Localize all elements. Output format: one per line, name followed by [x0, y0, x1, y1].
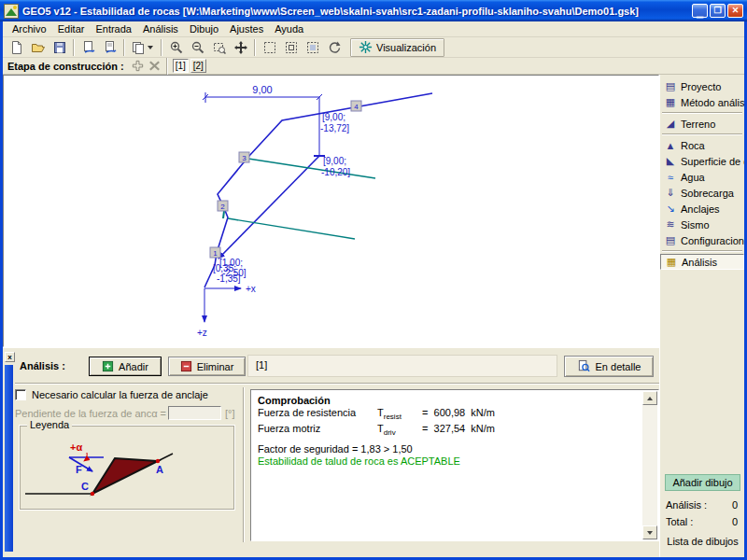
- add-analysis-button[interactable]: Añadir: [89, 357, 162, 376]
- sidebar-item-agua[interactable]: ≈Agua: [660, 169, 744, 185]
- new-file-button[interactable]: [6, 38, 27, 57]
- point-marker-1[interactable]: 1: [210, 247, 220, 258]
- select-all-button[interactable]: [259, 38, 280, 57]
- sidebar-item-anclajes[interactable]: ↘Anclajes: [660, 201, 744, 217]
- print-document-icon: [81, 40, 96, 55]
- total-count-value: 0: [732, 516, 738, 527]
- add-drawing-button[interactable]: Añadir dibujo: [665, 474, 740, 491]
- save-icon: [52, 40, 67, 55]
- menu-archivo[interactable]: Archivo: [7, 22, 52, 35]
- menu-entrada[interactable]: Entrada: [90, 22, 137, 35]
- maximize-button[interactable]: ❒: [710, 4, 726, 18]
- menu-ajustes[interactable]: Ajustes: [224, 22, 269, 35]
- minimize-button[interactable]: ▁: [692, 4, 708, 18]
- add-stage-button[interactable]: [130, 59, 147, 74]
- dimension-label: 9,00: [252, 84, 272, 95]
- menu-editar[interactable]: Editar: [52, 22, 91, 35]
- results-box: Comprobación Fuerza de resistencia Tresi…: [250, 389, 659, 541]
- visualization-button[interactable]: Visualización: [350, 38, 444, 57]
- analysis-tab-1[interactable]: [1]: [256, 359, 267, 371]
- verdict-line: Estabilidad de talud de roca es ACEPTABL…: [258, 455, 640, 468]
- menu-bar: Archivo Editar Entrada Análisis Dibujo A…: [3, 21, 744, 37]
- safety-factor-line: Factor de seguridad = 1,83 > 1,50: [258, 443, 640, 455]
- save-button[interactable]: [49, 38, 70, 57]
- z-axis-label: +z: [197, 328, 207, 338]
- sidebar-item-terreno[interactable]: ◢Terreno: [660, 116, 744, 132]
- toolbar-separator: [123, 39, 125, 56]
- results-row-resisting: Fuerza de resistencia Tresist = 600,98 k…: [258, 407, 640, 423]
- remove-analysis-button[interactable]: Eliminar: [168, 357, 246, 376]
- menu-dibujo[interactable]: Dibujo: [184, 22, 224, 35]
- stage-2-button[interactable]: [2]: [190, 59, 206, 73]
- legend-diagram: +α F A C: [20, 426, 234, 508]
- panel-title: Análisis :: [20, 360, 65, 371]
- earthquake-icon: ≋: [663, 218, 678, 231]
- slip-surface-line: [218, 156, 319, 259]
- water-icon: ≈: [663, 172, 678, 183]
- select-window-button[interactable]: [280, 38, 302, 57]
- analysis-count-label: Análisis :: [666, 499, 707, 511]
- remove-stage-button[interactable]: [147, 59, 163, 74]
- zoom-window-icon: [212, 40, 227, 55]
- surcharge-icon: ⇓: [663, 187, 678, 199]
- anchor-force-checkbox[interactable]: [15, 389, 26, 400]
- zoom-in-button[interactable]: [165, 38, 187, 57]
- legend-point-a-label: A: [156, 464, 163, 475]
- anchor-slope-symbol: α =: [151, 408, 166, 419]
- point-marker-2[interactable]: 2: [218, 201, 228, 211]
- refresh-icon: [327, 40, 342, 55]
- pan-button[interactable]: [230, 38, 251, 57]
- point-marker-4[interactable]: 4: [351, 101, 361, 111]
- select-region-button[interactable]: [302, 38, 323, 57]
- scroll-down-button[interactable]: [642, 525, 657, 539]
- drawing-list-button[interactable]: Lista de dibujos: [660, 530, 744, 547]
- anchor-slope-unit: [°]: [225, 408, 235, 419]
- results-scrollbar[interactable]: [642, 391, 657, 539]
- new-file-icon: [9, 40, 24, 55]
- anchor-force-checkbox-label: Necesario calcular la fuerza de anclaje: [32, 389, 208, 400]
- coord-label: -10,20]: [321, 167, 350, 177]
- zoom-in-icon: [169, 40, 184, 55]
- panel-drag-handle[interactable]: [5, 365, 13, 552]
- copy-dropdown-button[interactable]: [128, 38, 158, 57]
- panel-vertical-separator: [243, 387, 245, 542]
- sidebar-item-proyecto[interactable]: ▤Proyecto: [660, 78, 744, 94]
- close-button[interactable]: ✕: [727, 4, 743, 18]
- legend-point-c-label: C: [81, 481, 89, 492]
- sidebar-item-analisis[interactable]: ▦Análisis: [660, 254, 744, 270]
- sidebar-item-metodo-analisis[interactable]: ▦Método análisis: [660, 94, 744, 110]
- refresh-view-button[interactable]: [323, 38, 345, 57]
- visualization-label: Visualización: [376, 42, 436, 53]
- print-list-button[interactable]: [99, 38, 120, 57]
- open-file-button[interactable]: [27, 38, 49, 57]
- menu-analisis[interactable]: Análisis: [137, 22, 184, 35]
- legend-ground-right: [158, 454, 173, 461]
- panel-close-button[interactable]: x: [5, 352, 15, 362]
- drawing-canvas[interactable]: 9,00 +x +z [9,00; -13,72]: [3, 75, 659, 347]
- scroll-up-button[interactable]: [642, 391, 657, 405]
- stage-1-button[interactable]: [1]: [173, 59, 189, 73]
- anchor-slope-input[interactable]: [168, 406, 221, 420]
- add-icon: [102, 360, 114, 372]
- print-button[interactable]: [78, 38, 99, 57]
- x-axis-label: +x: [246, 284, 256, 294]
- marquee-icon: [262, 40, 277, 55]
- window-title: GEO5 v12 - Estabilidad de rocas [W:\Mark…: [22, 6, 692, 17]
- sidebar-item-sobrecarga[interactable]: ⇓Sobrecarga: [660, 185, 744, 201]
- results-row-driving: Fuerza motriz Tdriv = 327,54 kN/m: [258, 423, 640, 439]
- zoom-out-button[interactable]: [187, 38, 208, 57]
- legend-alpha-label: +α: [70, 441, 82, 453]
- toolbar: Visualización: [3, 37, 744, 58]
- point-marker-3[interactable]: 3: [239, 152, 249, 162]
- rock-icon: ▲: [663, 140, 678, 151]
- toolbar-separator: [254, 39, 256, 56]
- sidebar-item-configuraciones[interactable]: ▤Configuraciones: [660, 232, 744, 248]
- zoom-window-button[interactable]: [208, 38, 230, 57]
- sidebar-item-superficie[interactable]: ◣Superficie de desli: [660, 153, 744, 169]
- sidebar-item-roca[interactable]: ▲Roca: [660, 137, 744, 153]
- menu-ayuda[interactable]: Ayuda: [269, 22, 309, 35]
- detail-button[interactable]: En detalle: [564, 356, 654, 377]
- stage-bar-label: Etapa de construcción :: [7, 61, 124, 72]
- pan-icon: [233, 40, 248, 55]
- sidebar-item-sismo[interactable]: ≋Sismo: [660, 217, 744, 232]
